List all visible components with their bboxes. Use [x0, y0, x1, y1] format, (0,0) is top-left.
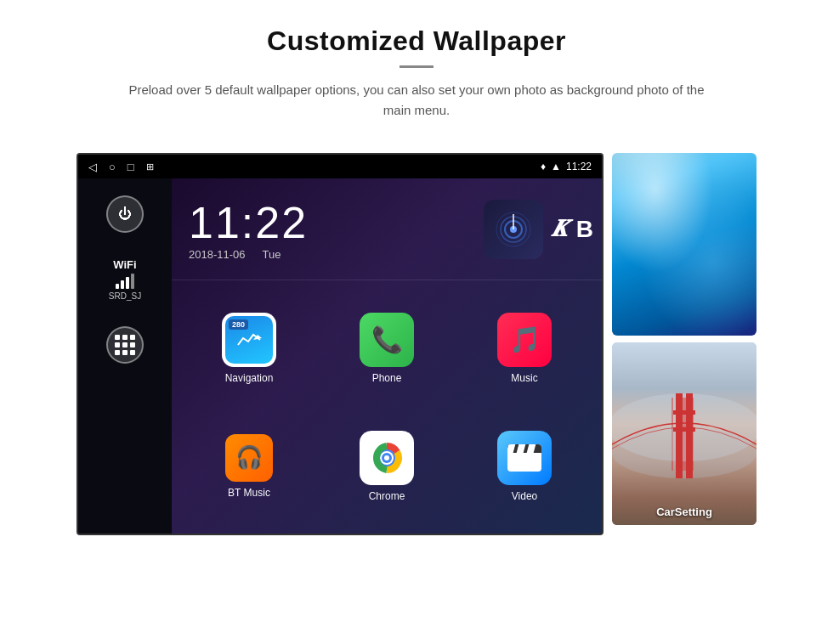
app-phone[interactable]: 📞 Phone — [318, 289, 456, 407]
svg-rect-15 — [673, 410, 695, 415]
app-chrome[interactable]: Chrome — [318, 407, 456, 525]
app-label-btmusic: BT Music — [228, 487, 270, 499]
android-screen: ◁ ○ □ ⊞ ♦ ▲ 11:22 ⏻ — [76, 153, 604, 535]
app-video[interactable]: Video — [456, 407, 593, 525]
status-bar: ◁ ○ □ ⊞ ♦ ▲ 11:22 — [78, 155, 602, 178]
content-area: ◁ ○ □ ⊞ ♦ ▲ 11:22 ⏻ — [76, 153, 756, 535]
nav-icons: ◁ ○ □ ⊞ — [88, 161, 154, 173]
back-icon[interactable]: ◁ — [88, 161, 97, 173]
page-title: Customized Wallpaper — [128, 25, 706, 57]
clock-widget: 11:22 2018-11-06 Tue — [172, 178, 484, 280]
status-right: ♦ ▲ 11:22 — [541, 161, 592, 172]
ice-texture — [612, 153, 756, 336]
map-lines — [236, 331, 262, 348]
btmusic-icon: 🎧 — [225, 434, 273, 482]
wallpaper-thumbnails: CarSetting — [612, 153, 756, 525]
app-music[interactable]: 🎵 Music — [456, 289, 593, 407]
app-label-phone: Phone — [372, 372, 402, 384]
status-time: 11:22 — [566, 161, 592, 172]
app-grid: 280 Navigation 📞 — [172, 280, 602, 534]
title-section: Customized Wallpaper Preload over 5 defa… — [128, 25, 706, 121]
chrome-svg — [365, 436, 409, 480]
apps-grid-button[interactable] — [106, 326, 144, 364]
b-widget: B — [576, 216, 593, 243]
top-widgets: 𝑲 B — [484, 178, 602, 280]
app-label-video: Video — [512, 490, 537, 502]
app-btmusic[interactable]: 🎧 BT Music — [180, 407, 318, 525]
clock-day: Tue — [263, 248, 281, 261]
wifi-icon: ▲ — [551, 161, 561, 172]
app-navigation[interactable]: 280 Navigation — [180, 289, 318, 407]
app-label-chrome: Chrome — [369, 490, 405, 502]
svg-rect-14 — [686, 393, 693, 478]
screenshot-icon[interactable]: ⊞ — [146, 161, 154, 172]
chrome-icon — [360, 431, 414, 485]
home-icon[interactable]: ○ — [109, 161, 116, 173]
wallpaper-label-2: CarSetting — [612, 506, 756, 518]
k-widget: 𝑲 — [552, 215, 568, 243]
subtitle: Preload over 5 default wallpaper options… — [128, 80, 706, 121]
recents-icon[interactable]: □ — [128, 161, 134, 173]
power-icon: ⏻ — [118, 206, 132, 222]
app-label-music: Music — [511, 372, 537, 384]
power-button[interactable]: ⏻ — [106, 195, 144, 233]
svg-point-12 — [612, 427, 756, 478]
sidebar: ⏻ WiFi SRD_SJ — [78, 178, 172, 534]
wifi-ssid: SRD_SJ — [109, 291, 141, 301]
wifi-label: WiFi — [109, 258, 141, 271]
bridge-scene — [612, 342, 756, 525]
page-wrapper: Customized Wallpaper Preload over 5 defa… — [0, 0, 833, 644]
clock-time: 11:22 — [189, 197, 484, 248]
wifi-widget: WiFi SRD_SJ — [109, 258, 141, 301]
wallpaper-thumb-2[interactable]: CarSetting — [612, 342, 756, 525]
bridge-svg — [612, 342, 756, 525]
video-icon — [497, 431, 552, 485]
main-screen: 11:22 2018-11-06 Tue — [172, 178, 602, 534]
screen-body: ⏻ WiFi SRD_SJ — [78, 178, 602, 534]
music-icon: 🎵 — [497, 313, 552, 367]
clock-date: 2018-11-06 Tue — [189, 248, 484, 261]
top-section: 11:22 2018-11-06 Tue — [172, 178, 602, 280]
navigation-icon: 280 — [222, 313, 276, 367]
antenna-icon — [495, 211, 532, 248]
apps-dots — [115, 335, 135, 355]
antenna-widget — [484, 200, 543, 259]
wallpaper-thumb-1[interactable] — [612, 153, 756, 336]
wifi-bars — [109, 274, 141, 289]
location-icon: ♦ — [541, 161, 546, 172]
phone-icon: 📞 — [360, 313, 414, 367]
svg-point-10 — [384, 455, 389, 460]
title-divider — [400, 65, 434, 68]
clock-date-value: 2018-11-06 — [189, 248, 246, 261]
app-label-navigation: Navigation — [225, 372, 274, 384]
clapboard — [507, 444, 541, 472]
svg-rect-13 — [676, 393, 683, 478]
